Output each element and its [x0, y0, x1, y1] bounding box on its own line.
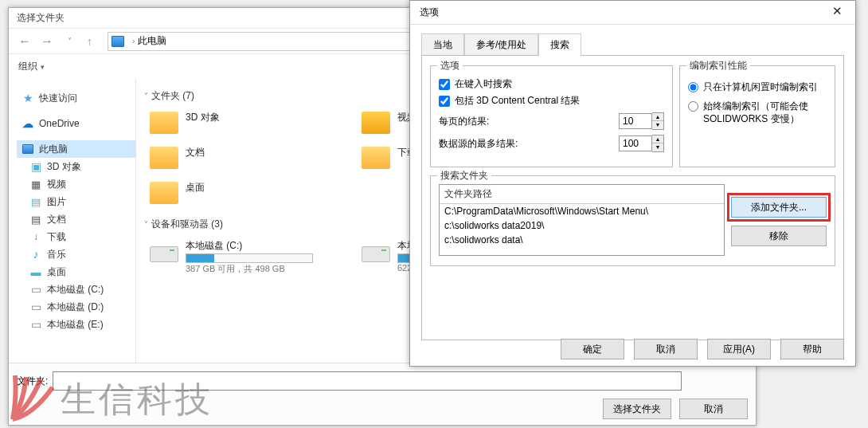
sidebar-item-music[interactable]: 音乐: [17, 245, 135, 263]
checkbox-include-3d-content[interactable]: 包括 3D Content Central 结果: [439, 94, 664, 108]
chevron-up-icon: ▲: [652, 113, 663, 121]
bottom-bar: 文件夹: 选择文件夹 取消: [9, 363, 756, 425]
document-icon: [29, 213, 42, 226]
nav-forward-button[interactable]: →: [37, 32, 57, 51]
apply-button[interactable]: 应用(A): [707, 339, 771, 359]
sidebar-item-drive-c[interactable]: 本地磁盘 (C:): [17, 281, 135, 298]
close-icon[interactable]: ✕: [825, 4, 849, 22]
desktop-icon: [29, 265, 42, 278]
folder-icon: [150, 147, 178, 169]
sidebar-item-downloads[interactable]: 下载: [17, 228, 135, 245]
tab-local[interactable]: 当地: [421, 33, 464, 56]
cube-icon: [29, 160, 42, 173]
tab-body: 选项 在键入时搜索 包括 3D Content Central 结果 每页的结果…: [421, 55, 844, 340]
drive-item[interactable]: 本地磁盘 (C:) 387 GB 可用，共 498 GB: [149, 238, 356, 275]
picture-icon: [29, 195, 42, 208]
options-footer: 确定 取消 应用(A) 帮助: [561, 339, 844, 359]
results-per-page-label: 每页的结果:: [439, 115, 489, 128]
spinner[interactable]: ▲▼: [652, 112, 664, 130]
select-folder-button[interactable]: 选择文件夹: [603, 399, 671, 419]
monitor-icon: [22, 143, 34, 155]
radio-index-always[interactable]: 始终编制索引（可能会使 SOLIDWORKS 变慢）: [688, 100, 827, 125]
options-dialog: 选项 ✕ 当地 参考/使用处 搜索 选项 在键入时搜索 包括 3D Conten…: [409, 0, 856, 367]
chevron-up-icon: ▲: [652, 135, 663, 143]
folder-field-label: 文件夹:: [17, 375, 48, 388]
star-icon: [22, 92, 34, 104]
path-column-header: 文件夹路径: [440, 185, 724, 204]
options-fieldset: 选项 在键入时搜索 包括 3D Content Central 结果 每页的结果…: [430, 65, 673, 167]
organize-menu[interactable]: 组织▾: [18, 60, 45, 73]
max-results-input[interactable]: [619, 135, 652, 151]
folder-icon: [362, 147, 390, 169]
options-titlebar: 选项 ✕: [410, 1, 855, 25]
drive-icon: [29, 283, 42, 296]
cancel-button[interactable]: 取消: [679, 399, 748, 419]
folder-icon: [362, 112, 390, 134]
cancel-button[interactable]: 取消: [634, 339, 698, 359]
add-folder-button[interactable]: 添加文件夹...: [731, 197, 827, 218]
options-legend: 选项: [437, 59, 463, 73]
folder-item[interactable]: 桌面: [149, 179, 356, 206]
options-title: 选项: [420, 6, 439, 19]
max-results-label: 数据源的最多结果:: [439, 137, 518, 151]
sidebar: 快速访问 OneDrive 此电脑 3D 对象 视频 图片 文档 下载 音乐 桌…: [9, 78, 136, 381]
folder-icon: [150, 182, 178, 204]
results-per-page-input[interactable]: [619, 113, 652, 129]
drive-icon: [29, 300, 42, 313]
chevron-down-icon: ˅: [144, 220, 148, 229]
search-folders-fieldset: 搜索文件夹 文件夹路径 C:\ProgramData\Microsoft\Win…: [430, 175, 835, 266]
drive-usage-bar: [186, 253, 313, 263]
path-item[interactable]: c:\solidworks data\: [440, 233, 724, 247]
sidebar-quick-access[interactable]: 快速访问: [17, 89, 135, 107]
tab-strip: 当地 参考/使用处 搜索: [410, 25, 855, 55]
path-item[interactable]: c:\solidworks data2019\: [440, 218, 724, 233]
drive-icon: [362, 246, 390, 262]
nav-back-button[interactable]: ←: [15, 32, 34, 51]
help-button[interactable]: 帮助: [780, 339, 844, 359]
remove-folder-button[interactable]: 移除: [731, 226, 827, 246]
sidebar-item-desktop[interactable]: 桌面: [17, 263, 135, 281]
drive-icon: [150, 246, 178, 262]
monitor-icon: [111, 36, 124, 47]
download-icon: [29, 230, 42, 243]
indexing-fieldset: 编制索引性能 只在计算机闲置时编制索引 始终编制索引（可能会使 SOLIDWOR…: [679, 65, 835, 167]
ok-button[interactable]: 确定: [561, 339, 624, 359]
chevron-down-icon: ˅: [144, 92, 148, 100]
path-item[interactable]: C:\ProgramData\Microsoft\Windows\Start M…: [440, 204, 724, 218]
sidebar-item-documents[interactable]: 文档: [17, 210, 135, 228]
chevron-down-icon: ▼: [652, 143, 663, 151]
radio-index-idle[interactable]: 只在计算机闲置时编制索引: [688, 80, 827, 93]
folder-name-input[interactable]: [53, 371, 682, 391]
sidebar-item-drive-e[interactable]: 本地磁盘 (E:): [17, 316, 135, 333]
folder-item[interactable]: 3D 对象: [149, 109, 356, 136]
breadcrumb-sep: ›: [132, 37, 135, 45]
spinner[interactable]: ▲▼: [652, 135, 664, 152]
breadcrumb-item[interactable]: 此电脑: [138, 34, 166, 48]
music-icon: [29, 248, 42, 261]
indexing-legend: 编制索引性能: [686, 59, 750, 73]
tab-references[interactable]: 参考/使用处: [464, 33, 538, 56]
drive-icon: [29, 318, 42, 331]
film-icon: [29, 178, 42, 190]
nav-recent-button[interactable]: ˅: [60, 32, 79, 51]
sidebar-item-video[interactable]: 视频: [17, 175, 135, 193]
search-folders-legend: 搜索文件夹: [437, 169, 491, 183]
folder-path-list[interactable]: 文件夹路径 C:\ProgramData\Microsoft\Windows\S…: [439, 184, 725, 256]
nav-up-button[interactable]: ↑: [87, 33, 103, 49]
checkbox-search-while-typing[interactable]: 在键入时搜索: [439, 77, 664, 91]
chevron-down-icon: ▼: [652, 121, 663, 129]
sidebar-item-3d[interactable]: 3D 对象: [17, 158, 135, 175]
cloud-icon: [22, 117, 34, 130]
sidebar-this-pc[interactable]: 此电脑: [17, 140, 135, 158]
sidebar-onedrive[interactable]: OneDrive: [17, 115, 135, 132]
folder-icon: [150, 112, 178, 134]
sidebar-item-pictures[interactable]: 图片: [17, 193, 135, 210]
sidebar-item-drive-d[interactable]: 本地磁盘 (D:): [17, 298, 135, 316]
tab-search[interactable]: 搜索: [538, 33, 581, 56]
folder-item[interactable]: 文档: [149, 144, 356, 171]
